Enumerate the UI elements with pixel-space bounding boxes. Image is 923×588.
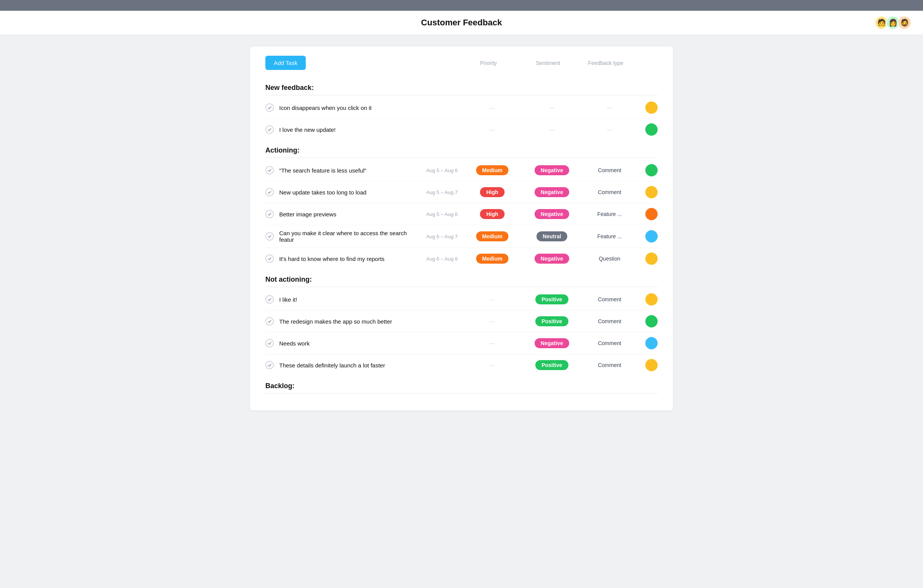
sentiment-dash: — [549, 126, 555, 133]
table-row[interactable]: Better image previewsAug 5 – Aug 6HighNe… [265, 203, 658, 225]
checkbox-icon[interactable] [265, 125, 274, 134]
table-row[interactable]: I love the new update!——— [265, 119, 658, 140]
avatar-3: 🧔 [898, 16, 911, 30]
sentiment-badge: Negative [535, 254, 569, 264]
sections-container: New feedback:Icon disappears when you cl… [265, 78, 658, 394]
checkbox-icon[interactable] [265, 361, 274, 369]
task-name: I like it! [279, 296, 419, 303]
priority-cell: — [462, 318, 523, 325]
feedback-type-cell: Question [581, 256, 638, 262]
priority-badge: Medium [476, 165, 509, 175]
priority-cell: Medium [462, 165, 523, 175]
checkbox-icon[interactable] [265, 210, 274, 218]
priority-cell: — [462, 126, 523, 133]
table-row[interactable]: Can you make it clear where to access th… [265, 225, 658, 248]
priority-dash: — [490, 318, 495, 324]
sentiment-header: Sentiment [519, 60, 577, 66]
avatar [645, 293, 658, 306]
feedback-type-cell: Comment [581, 189, 638, 195]
section-header-3: Backlog: [265, 376, 658, 394]
checkbox-icon[interactable] [265, 295, 274, 304]
table-row[interactable]: "The search feature is less useful"Aug 5… [265, 159, 658, 181]
sentiment-cell: Negative [523, 209, 581, 219]
priority-dash: — [490, 296, 495, 302]
checkbox-area [265, 210, 279, 218]
priority-badge: Medium [476, 231, 509, 241]
priority-cell: — [462, 362, 523, 369]
checkbox-icon[interactable] [265, 166, 274, 174]
checkbox-icon[interactable] [265, 254, 274, 263]
feedback-type-cell: Feature ... [581, 233, 638, 239]
feedback-type-cell: Comment [581, 340, 638, 346]
priority-cell: — [462, 340, 523, 347]
table-row[interactable]: It's hard to know where to find my repor… [265, 248, 658, 269]
feedback-type-cell: — [581, 105, 638, 111]
sentiment-badge: Positive [535, 316, 568, 326]
priority-dash: — [490, 105, 495, 111]
checkbox-icon[interactable] [265, 339, 274, 347]
priority-cell: High [462, 187, 523, 197]
feedback-type-cell: Comment [581, 167, 638, 173]
avatar-cell [638, 337, 658, 349]
sentiment-cell: Negative [523, 165, 581, 175]
section-header-1: Actioning: [265, 140, 658, 158]
table-row[interactable]: Needs work—NegativeComment [265, 332, 658, 354]
priority-cell: — [462, 296, 523, 303]
task-date: Aug 6 – Aug 8 [419, 256, 458, 262]
column-headers: Priority Sentiment Feedback type [458, 60, 658, 66]
header: Customer Feedback 🧑 👩 🧔 [0, 11, 923, 35]
sentiment-badge: Negative [535, 187, 569, 197]
task-name: Better image previews [279, 211, 419, 218]
table-row[interactable]: Icon disappears when you click on it——— [265, 97, 658, 119]
feedback-type-cell: — [581, 126, 638, 133]
priority-header: Priority [458, 60, 519, 66]
page-title: Customer Feedback [421, 18, 502, 28]
checkbox-icon[interactable] [265, 188, 274, 196]
sentiment-cell: Positive [523, 360, 581, 370]
header-avatars: 🧑 👩 🧔 [877, 16, 911, 30]
checkbox-icon[interactable] [265, 317, 274, 326]
table-row[interactable]: New update takes too long to loadAug 5 –… [265, 181, 658, 203]
task-date: Aug 6 – Aug 7 [419, 234, 458, 239]
feedback-type-cell: Comment [581, 362, 638, 368]
sentiment-cell: Negative [523, 187, 581, 197]
table-row[interactable]: The redesign makes the app so much bette… [265, 311, 658, 332]
feedback-type-dash: — [607, 105, 612, 111]
checkbox-area [265, 232, 279, 241]
sentiment-dash: — [549, 105, 555, 111]
priority-badge: High [480, 187, 504, 197]
sentiment-cell: — [523, 126, 581, 133]
checkbox-area [265, 339, 279, 347]
sentiment-cell: Neutral [523, 231, 581, 241]
priority-badge: Medium [476, 254, 509, 264]
avatar-cell [638, 252, 658, 265]
checkbox-icon[interactable] [265, 103, 274, 112]
sentiment-badge: Positive [535, 360, 568, 370]
priority-cell: — [462, 104, 523, 111]
table-row[interactable]: These details definitely launch a lot fa… [265, 354, 658, 376]
add-task-button[interactable]: Add Task [265, 56, 306, 70]
avatar [645, 101, 658, 114]
avatar-cell [638, 293, 658, 306]
avatar-cell [638, 123, 658, 136]
priority-dash: — [490, 340, 495, 346]
priority-dash: — [490, 362, 495, 368]
priority-dash: — [490, 126, 495, 133]
section-3: Backlog: [265, 376, 658, 394]
checkbox-icon[interactable] [265, 232, 274, 241]
section-2: Not actioning:I like it!—PositiveComment… [265, 269, 658, 376]
avatar [645, 164, 658, 176]
top-bar [0, 0, 923, 11]
feedback-type-dash: — [607, 126, 612, 133]
sentiment-badge: Negative [535, 209, 569, 219]
checkbox-area [265, 254, 279, 263]
section-0: New feedback:Icon disappears when you cl… [265, 78, 658, 140]
main-content: Add Task Priority Sentiment Feedback typ… [250, 47, 673, 410]
avatar [645, 252, 658, 265]
priority-cell: High [462, 209, 523, 219]
sentiment-cell: Negative [523, 254, 581, 264]
sentiment-cell: Positive [523, 316, 581, 326]
table-row[interactable]: I like it!—PositiveComment [265, 289, 658, 311]
task-date: Aug 5 – Aug 6 [419, 168, 458, 173]
priority-cell: Medium [462, 231, 523, 241]
